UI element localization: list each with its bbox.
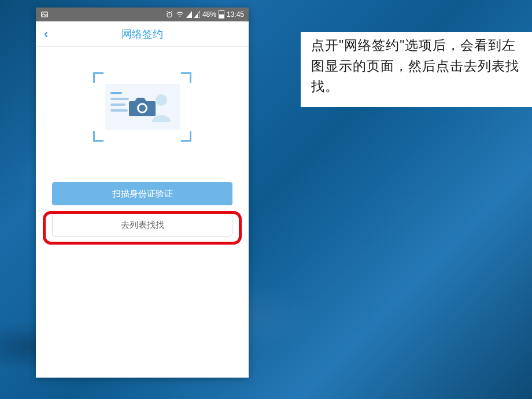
wifi-icon bbox=[176, 10, 184, 19]
id-card-illustration bbox=[105, 84, 180, 130]
status-right: 48% 13:45 bbox=[165, 10, 244, 19]
svg-point-9 bbox=[156, 94, 167, 106]
back-button[interactable]: ‹ bbox=[44, 27, 48, 42]
image-icon bbox=[40, 10, 49, 19]
frame-corner bbox=[181, 131, 191, 142]
alarm-icon bbox=[165, 10, 173, 19]
phone-screenshot: 48% 13:45 ‹ 网络签约 bbox=[36, 8, 249, 378]
signal-icon-2 bbox=[194, 11, 200, 18]
frame-corner bbox=[93, 72, 104, 83]
battery-icon bbox=[219, 10, 224, 19]
camera-icon bbox=[128, 95, 157, 119]
scan-frame bbox=[93, 72, 191, 142]
instruction-text: 点开"网络签约"选项后，会看到左图显示的页面，然后点击去列表找找。 bbox=[311, 38, 519, 94]
svg-point-1 bbox=[167, 13, 172, 17]
svg-marker-6 bbox=[186, 11, 192, 18]
go-to-list-button[interactable]: 去列表找找 bbox=[52, 213, 232, 237]
clock-time: 13:45 bbox=[227, 10, 244, 19]
scan-id-button[interactable]: 扫描身份证验证 bbox=[52, 182, 232, 205]
button-group: 扫描身份证验证 去列表找找 bbox=[36, 182, 249, 237]
status-bar: 48% 13:45 bbox=[36, 8, 249, 21]
battery-percent: 48% bbox=[202, 10, 216, 19]
instruction-panel: 点开"网络签约"选项后，会看到左图显示的页面，然后点击去列表找找。 bbox=[301, 32, 532, 107]
svg-line-3 bbox=[167, 12, 168, 12]
nav-bar: ‹ 网络签约 bbox=[36, 21, 249, 47]
svg-point-11 bbox=[139, 105, 146, 112]
signal-icon bbox=[186, 11, 192, 18]
id-text-lines bbox=[110, 92, 129, 115]
svg-line-4 bbox=[171, 12, 172, 12]
frame-corner bbox=[93, 131, 104, 142]
go-to-list-label: 去列表找找 bbox=[121, 220, 164, 231]
frame-corner bbox=[181, 72, 191, 83]
svg-point-5 bbox=[179, 16, 180, 17]
status-left bbox=[40, 10, 49, 19]
scan-id-label: 扫描身份证验证 bbox=[112, 189, 173, 200]
page-title: 网络签约 bbox=[36, 27, 249, 41]
